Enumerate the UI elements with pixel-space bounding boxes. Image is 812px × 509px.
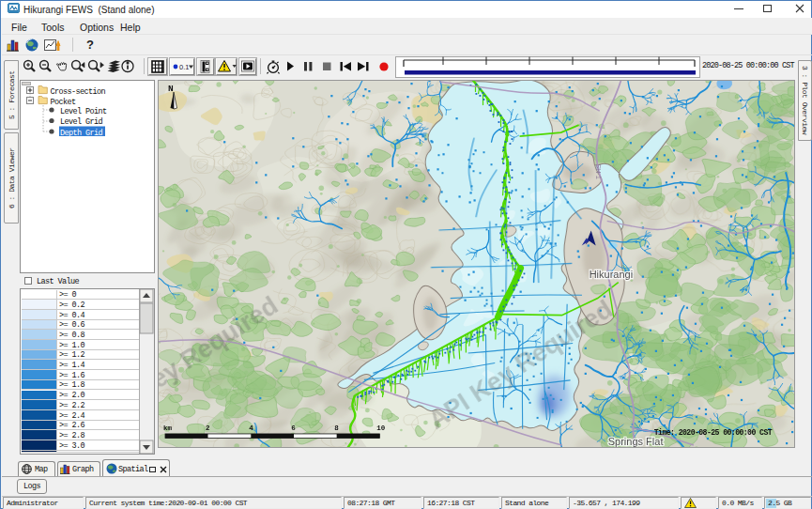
svg-text:km: km <box>163 424 172 432</box>
svg-text:8: 8 <box>334 424 339 432</box>
svg-text:Pocket: Pocket <box>51 98 77 107</box>
svg-text:Depth Grid: Depth Grid <box>60 129 103 138</box>
svg-text:N: N <box>168 84 174 94</box>
svg-text:Springs Flat: Springs Flat <box>608 436 664 447</box>
svg-text:Level Point: Level Point <box>60 107 107 116</box>
svg-text:4: 4 <box>249 424 253 432</box>
svg-text:Time: 2020-08-25 00:00:00 CST: Time: 2020-08-25 00:00:00 CST <box>654 428 773 437</box>
svg-text:0.1: 0.1 <box>179 63 189 71</box>
svg-text:Level Grid: Level Grid <box>60 117 103 127</box>
svg-text:2: 2 <box>206 424 210 432</box>
svg-text:6: 6 <box>291 424 296 432</box>
svg-text:10: 10 <box>376 424 385 432</box>
svg-text:SH 1: SH 1 <box>594 163 603 179</box>
svg-text:Hikurangi: Hikurangi <box>590 269 634 280</box>
svg-text:Cross-section: Cross-section <box>51 87 106 97</box>
